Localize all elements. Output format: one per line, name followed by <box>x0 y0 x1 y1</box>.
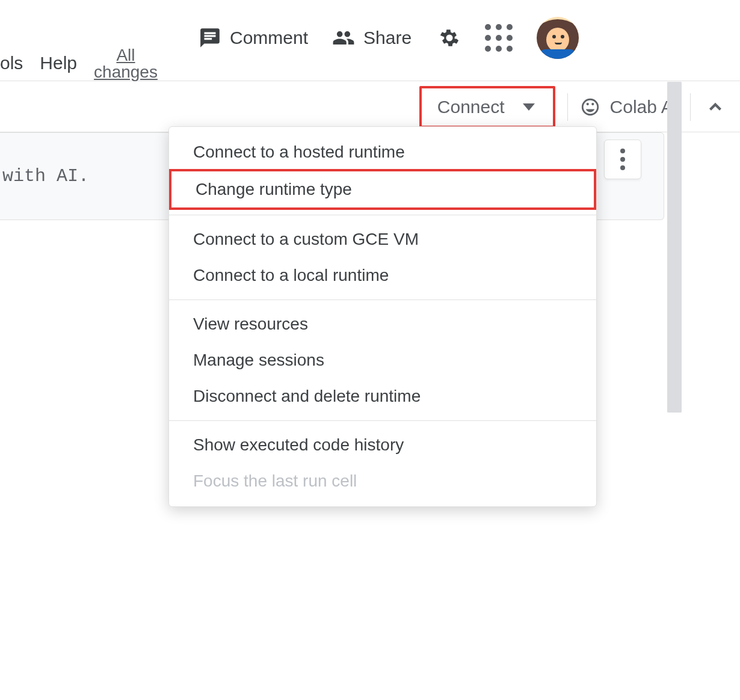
colab-ai-button[interactable]: Colab AI <box>580 97 678 117</box>
chevron-up-icon <box>705 97 726 117</box>
face-icon <box>580 97 600 117</box>
scrollbar-thumb[interactable] <box>667 82 682 413</box>
dropdown-item[interactable]: View resources <box>169 306 596 342</box>
connect-label: Connect <box>437 97 505 117</box>
collapse-button[interactable] <box>703 94 728 120</box>
dropdown-item[interactable]: Connect to a hosted runtime <box>169 134 596 170</box>
separator <box>690 93 691 121</box>
highlighted-item: Change runtime type <box>169 169 596 210</box>
connect-dropdown: Connect to a hosted runtimeChange runtim… <box>168 126 597 507</box>
dropdown-separator <box>169 215 596 215</box>
menu-bar: ols Help All changes <box>0 45 740 81</box>
cell-text: with AI. <box>0 166 89 186</box>
menu-tools[interactable]: ols <box>0 53 23 73</box>
cell-overflow-button[interactable] <box>604 140 641 179</box>
dropdown-item[interactable]: Connect to a local runtime <box>169 257 596 293</box>
dropdown-item[interactable]: Connect to a custom GCE VM <box>169 221 596 257</box>
secondary-toolbar: Connect Colab AI <box>0 82 740 132</box>
separator <box>567 93 568 121</box>
menu-all-changes[interactable]: All changes <box>94 46 158 80</box>
dropdown-item[interactable]: Disconnect and delete runtime <box>169 378 596 414</box>
dropdown-triangle-icon <box>523 103 535 111</box>
dropdown-item[interactable]: Change runtime type <box>171 171 594 207</box>
more-vert-icon <box>620 149 625 170</box>
dropdown-item: Focus the last run cell <box>169 463 596 499</box>
connect-button[interactable]: Connect <box>419 86 555 128</box>
dropdown-item[interactable]: Show executed code history <box>169 427 596 463</box>
scrollbar[interactable] <box>667 82 682 413</box>
dropdown-item[interactable]: Manage sessions <box>169 342 596 378</box>
dropdown-separator <box>169 420 596 421</box>
dropdown-separator <box>169 299 596 300</box>
menu-help[interactable]: Help <box>40 53 77 73</box>
